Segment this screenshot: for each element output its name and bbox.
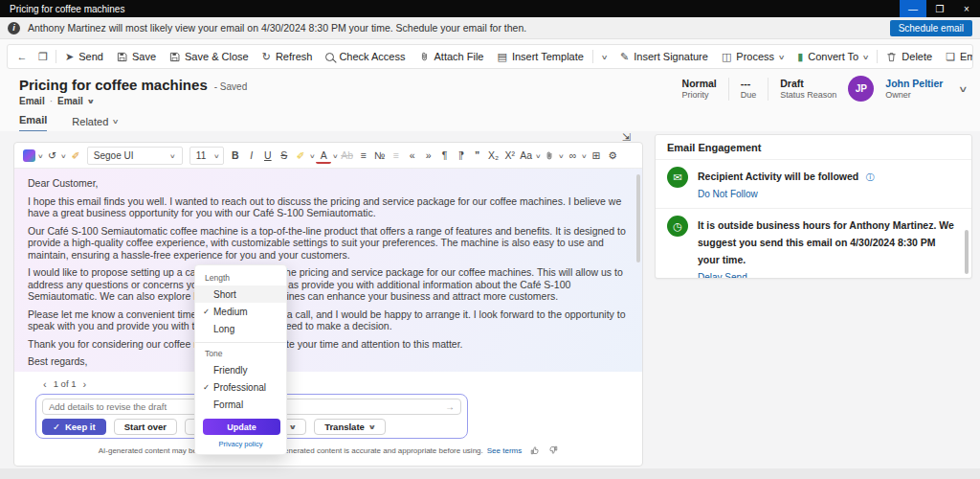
update-button[interactable]: Update — [203, 419, 280, 435]
signature-icon: ✎ — [620, 52, 629, 62]
clear-format-button[interactable]: Ab — [340, 147, 355, 164]
delete-button[interactable]: Delete — [880, 47, 939, 66]
app-window: Pricing for coffee machines — ❐ × i Anth… — [0, 0, 980, 479]
change-case-button[interactable]: Aa — [519, 147, 534, 164]
menu-option-long[interactable]: Long — [195, 320, 286, 337]
popout-button[interactable]: ❐ — [33, 47, 54, 66]
body-paragraph: Dear Customer, — [28, 177, 629, 190]
start-over-button[interactable]: Start over — [114, 419, 177, 435]
chevron-down-icon[interactable]: ∨ — [309, 152, 316, 159]
option-label: Medium — [213, 307, 248, 317]
minimize-button[interactable]: — — [900, 0, 926, 17]
editor-attach-button[interactable] — [542, 147, 557, 164]
close-button[interactable]: × — [953, 0, 980, 17]
align-button[interactable]: ≡ — [389, 147, 404, 164]
rtl-button[interactable]: ¶ — [454, 147, 469, 164]
overflow-chevron-button[interactable]: ∨ — [595, 47, 613, 66]
command-bar: ← ❐ ➤ Send Save Save & Close ↻ Refresh C… — [7, 44, 973, 69]
back-button[interactable]: ← — [11, 47, 33, 66]
editor-settings-button[interactable]: ⚙ — [605, 147, 620, 164]
indent-button[interactable]: » — [421, 147, 436, 164]
window-titlebar: Pricing for coffee machines — ❐ × — [0, 0, 980, 17]
insert-link-button[interactable]: ∞ — [565, 147, 580, 164]
superscript-button[interactable]: X² — [502, 147, 518, 164]
owner-avatar[interactable]: JP — [848, 76, 874, 102]
editor-scrollbar[interactable] — [636, 174, 640, 262]
translate-button[interactable]: Translate ∨ — [314, 419, 385, 435]
chevron-down-icon[interactable]: ∨ — [60, 152, 67, 159]
due-value: --- — [741, 78, 757, 89]
maximize-button[interactable]: ❐ — [926, 0, 953, 17]
copilot-button[interactable] — [21, 147, 36, 164]
bullet-list-button[interactable]: ≡ — [356, 147, 371, 164]
chevron-down-icon[interactable]: ∨ — [581, 152, 588, 159]
delay-send-link[interactable]: Delay Send — [698, 272, 747, 279]
breadcrumb-form[interactable]: Email — [57, 96, 83, 106]
underline-button[interactable]: U — [260, 147, 276, 164]
blockquote-button[interactable]: ” — [470, 147, 485, 164]
thumbs-up-icon[interactable] — [530, 445, 540, 455]
subscript-button[interactable]: X₂ — [486, 147, 501, 164]
highlight-button[interactable]: ✐ — [293, 147, 308, 164]
notification-bar: i Anthony Martinez will most likely view… — [0, 17, 980, 39]
tab-email[interactable]: Email — [19, 114, 47, 133]
menu-option-formal[interactable]: Formal — [195, 396, 286, 413]
ltr-button[interactable]: ¶ — [437, 147, 453, 164]
save-close-button[interactable]: Save & Close — [163, 47, 256, 66]
outdent-button[interactable]: « — [405, 147, 420, 164]
convert-to-button[interactable]: ▮ Convert To ∨ — [791, 47, 875, 66]
minimize-icon: — — [908, 4, 918, 14]
font-color-button[interactable]: A — [316, 149, 331, 164]
save-button[interactable]: Save — [110, 47, 163, 66]
insert-signature-button[interactable]: ✎ Insert Signature — [613, 47, 715, 66]
chevron-down-icon[interactable]: ∨ — [558, 152, 565, 159]
email-link-button[interactable]: ❏ Email a Link — [939, 47, 973, 66]
insert-table-button[interactable]: ⊞ — [589, 147, 604, 164]
chevron-down-icon[interactable]: ∨ — [535, 152, 542, 159]
email-body[interactable]: Dear Customer, I hope this email finds y… — [14, 169, 642, 372]
send-label: Send — [78, 51, 103, 62]
process-button[interactable]: ◫ Process ∨ — [715, 47, 791, 66]
font-size-select[interactable]: 11 ∨ — [189, 147, 224, 165]
submit-arrow-icon[interactable]: → — [445, 401, 455, 412]
undo-button[interactable]: ↺ — [44, 147, 59, 164]
format-painter-button[interactable]: ✐ — [68, 147, 83, 164]
record-header: Pricing for coffee machines - Saved Emai… — [0, 73, 980, 113]
insert-template-button[interactable]: ▤ Insert Template — [490, 47, 590, 66]
keep-it-button[interactable]: ✓ Keep it — [42, 419, 106, 435]
numbered-list-button[interactable]: № — [372, 147, 388, 164]
tab-related[interactable]: Related ∨ — [72, 114, 118, 133]
font-name-select[interactable]: Segoe UI ∨ — [87, 147, 183, 165]
insert-signature-label: Insert Signature — [634, 51, 708, 62]
owner-label: Owner — [885, 90, 943, 100]
menu-option-short[interactable]: Short — [195, 285, 286, 303]
header-expand-chevron[interactable]: ∨ — [958, 84, 969, 94]
check-access-button[interactable]: Check Access — [319, 47, 412, 66]
status-reason-field: Draft Status Reason — [780, 78, 836, 100]
chevron-down-icon[interactable]: ∨ — [37, 152, 44, 159]
send-button[interactable]: ➤ Send — [58, 47, 110, 66]
thumbs-down-icon[interactable] — [548, 445, 558, 455]
due-field: --- Due — [741, 78, 757, 100]
bold-button[interactable]: B — [228, 147, 243, 164]
refresh-button[interactable]: ↻ Refresh — [256, 47, 320, 66]
privacy-policy-link[interactable]: Privacy policy — [195, 438, 286, 454]
panel-scrollbar[interactable] — [965, 230, 969, 274]
menu-option-medium[interactable]: ✓ Medium — [195, 303, 286, 320]
do-not-follow-link[interactable]: Do Not Follow — [698, 189, 758, 199]
email-engagement-panel: Email Engagement ✉ Recipient Activity wi… — [655, 134, 972, 279]
italic-button[interactable]: I — [244, 147, 259, 164]
status-reason-label: Status Reason — [780, 90, 836, 100]
strikethrough-button[interactable]: S — [277, 147, 292, 164]
menu-option-friendly[interactable]: Friendly — [195, 361, 286, 378]
next-draft-icon[interactable]: › — [82, 378, 86, 390]
menu-option-professional[interactable]: ✓ Professional — [195, 378, 286, 396]
info-circle-icon[interactable]: ⓘ — [866, 172, 875, 182]
owner-name-link[interactable]: John Peltier — [885, 78, 943, 89]
chevron-down-icon[interactable]: ∨ — [332, 152, 339, 159]
engagement-title: Email Engagement — [656, 135, 971, 159]
see-terms-link[interactable]: See terms — [487, 446, 522, 455]
attach-file-button[interactable]: Attach File — [412, 47, 491, 66]
previous-draft-icon[interactable]: ‹ — [43, 378, 47, 390]
schedule-email-button[interactable]: Schedule email — [890, 20, 972, 36]
